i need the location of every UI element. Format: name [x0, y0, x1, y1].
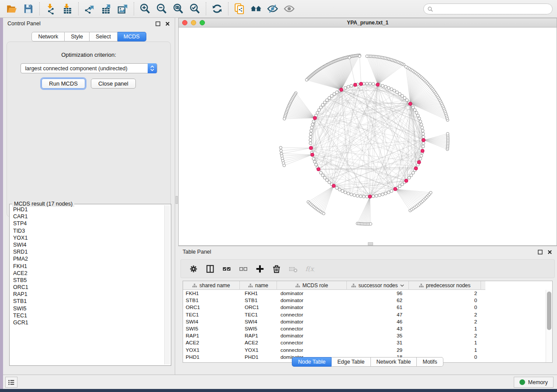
- tab-select[interactable]: Select: [90, 32, 118, 41]
- export-network-button[interactable]: [81, 1, 98, 16]
- column-header-predecessor-nodes[interactable]: predecessor nodes: [409, 281, 481, 290]
- vertical-splitter[interactable]: [175, 18, 178, 375]
- mcds-result-item[interactable]: SWI5: [10, 305, 164, 312]
- deselect-all-checkboxes-button[interactable]: [235, 261, 252, 276]
- close-panel-button[interactable]: Close panel: [91, 79, 136, 89]
- search-box[interactable]: [423, 3, 553, 14]
- function-builder-button[interactable]: f(x): [301, 261, 318, 276]
- export-image-icon: [117, 3, 128, 14]
- tab-edge-table[interactable]: Edge Table: [332, 357, 370, 367]
- mcds-result-item[interactable]: FKH1: [10, 263, 164, 270]
- cell-name: TEC1: [240, 312, 277, 318]
- select-all-checkboxes-button[interactable]: [218, 261, 235, 276]
- mcds-result-item[interactable]: ACE2: [10, 270, 164, 277]
- mcds-result-item[interactable]: ORC1: [10, 284, 164, 291]
- mcds-result-item[interactable]: PHD1: [10, 206, 164, 213]
- select-all-checkboxes-icon: [222, 264, 232, 274]
- column-header-MCDS-role[interactable]: MCDS role: [277, 281, 347, 290]
- cell-name: FKH1: [240, 290, 277, 296]
- table-row[interactable]: SWI4SWI4dominator462: [183, 318, 545, 325]
- cell-successor-nodes: 62: [347, 297, 409, 303]
- column-header-successor-nodes[interactable]: successor nodes: [347, 281, 409, 290]
- table-row[interactable]: TEC1TEC1connector472: [183, 311, 545, 318]
- delete-column-button[interactable]: [268, 261, 285, 276]
- optimization-criterion-select[interactable]: largest connected component (undirected): [21, 63, 157, 73]
- mcds-result-item[interactable]: SRD1: [10, 248, 164, 255]
- tab-motifs[interactable]: Motifs: [417, 357, 443, 367]
- table-row[interactable]: RAP1RAP1dominator352: [183, 332, 545, 339]
- network-graph[interactable]: [179, 28, 557, 245]
- tab-network-table[interactable]: Network Table: [371, 357, 417, 367]
- memory-button[interactable]: Memory: [514, 377, 554, 388]
- home-button[interactable]: [248, 1, 264, 16]
- cell-shared-name: YOX1: [183, 347, 240, 353]
- zoom-selected-button[interactable]: [187, 1, 203, 16]
- column-label: successor nodes: [358, 282, 398, 289]
- export-image-button[interactable]: [114, 1, 131, 16]
- task-history-button[interactable]: [5, 377, 17, 388]
- table-options-gear-button[interactable]: [185, 261, 202, 276]
- deselect-all-checkboxes-icon: [239, 264, 248, 274]
- zoom-in-button[interactable]: [137, 1, 153, 16]
- search-input[interactable]: [433, 5, 552, 14]
- mcds-result-item[interactable]: PMA2: [10, 255, 164, 262]
- refresh-button[interactable]: [209, 1, 225, 16]
- mcds-result-item[interactable]: STB1: [10, 298, 164, 305]
- show-graphics-details-button[interactable]: [281, 1, 298, 16]
- zoom-out-button[interactable]: [153, 1, 170, 16]
- column-header-name[interactable]: name: [240, 281, 277, 290]
- table-row[interactable]: ACE2ACE2connector311: [183, 339, 545, 346]
- run-mcds-button[interactable]: Run MCDS: [42, 79, 85, 89]
- mcds-result-item[interactable]: STB5: [10, 277, 164, 284]
- float-table-panel-icon[interactable]: [537, 249, 543, 255]
- cell-name: ORC1: [240, 304, 277, 310]
- hide-graphics-details-button[interactable]: [264, 1, 281, 16]
- tab-mcds[interactable]: MCDS: [118, 32, 146, 41]
- cell-MCDS-role: connector: [277, 347, 347, 353]
- memory-status-icon: [519, 379, 525, 385]
- column-header-shared-name[interactable]: shared name: [183, 281, 240, 290]
- network-canvas[interactable]: [178, 28, 557, 246]
- import-table-button[interactable]: [59, 1, 76, 16]
- mcds-list-scrollbar[interactable]: [164, 205, 170, 364]
- float-panel-icon[interactable]: [155, 21, 161, 27]
- column-type-icon: [192, 283, 197, 288]
- tab-style[interactable]: Style: [65, 32, 90, 41]
- column-type-icon: [295, 283, 300, 288]
- mcds-result-item[interactable]: RAP1: [10, 291, 164, 298]
- table-row[interactable]: YOX1YOX1connector291: [183, 347, 545, 354]
- tab-node-table[interactable]: Node Table: [292, 357, 332, 367]
- close-table-panel-icon[interactable]: [547, 249, 553, 255]
- mcds-result-item[interactable]: GCR1: [10, 319, 164, 326]
- mcds-result-item[interactable]: SWI4: [10, 241, 164, 248]
- table-row[interactable]: ORC1ORC1dominator610: [183, 304, 545, 311]
- table-row[interactable]: STB1STB1dominator620: [183, 297, 545, 304]
- mcds-result-item[interactable]: CAR1: [10, 213, 164, 220]
- show-columns-button[interactable]: [202, 261, 218, 276]
- cell-MCDS-role: connector: [277, 326, 347, 332]
- mcds-result-item[interactable]: TID3: [10, 227, 164, 234]
- zoom-in-icon: [139, 3, 151, 14]
- splitter-grip[interactable]: [176, 196, 178, 204]
- table-row[interactable]: FKH1FKH1dominator962: [183, 290, 545, 297]
- network-splitter-grip[interactable]: [368, 242, 373, 245]
- share-document-button[interactable]: [231, 1, 248, 16]
- home-icon: [250, 3, 262, 14]
- zoom-fit-button[interactable]: [170, 1, 187, 16]
- clear-table-button[interactable]: [285, 261, 301, 276]
- cell-MCDS-role: connector: [277, 340, 347, 346]
- table-scrollbar-thumb[interactable]: [547, 292, 551, 330]
- open-file-button[interactable]: [3, 1, 20, 16]
- close-panel-icon[interactable]: [164, 21, 170, 27]
- save-session-button[interactable]: [20, 1, 37, 16]
- export-table-button[interactable]: [98, 1, 114, 16]
- table-row[interactable]: SWI5SWI5connector431: [183, 325, 545, 332]
- mcds-result-item[interactable]: YOX1: [10, 234, 164, 241]
- mcds-result-item[interactable]: TEC1: [10, 312, 164, 319]
- table-scrollbar[interactable]: [546, 290, 552, 362]
- import-network-button[interactable]: [42, 1, 59, 16]
- export-network-icon: [84, 3, 95, 14]
- mcds-result-item[interactable]: STP4: [10, 220, 164, 227]
- tab-network[interactable]: Network: [31, 32, 65, 41]
- add-column-button[interactable]: [252, 261, 268, 276]
